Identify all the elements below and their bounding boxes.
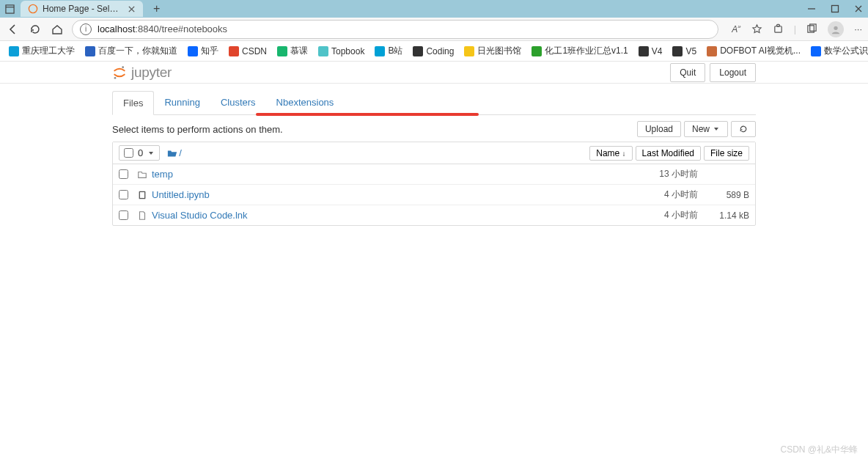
bookmark-item[interactable]: 日光图书馆 <box>464 45 521 57</box>
collections-icon[interactable] <box>806 23 817 34</box>
bookmarks-bar: 重庆理工大学百度一下，你就知道知乎CSDN慕课TopbookB站Coding日光… <box>0 41 868 62</box>
selected-count: 0 <box>138 147 143 158</box>
jupyter-logo[interactable]: jupyter <box>112 65 172 81</box>
bookmark-favicon <box>811 46 821 56</box>
list-item: Visual Studio Code.lnk 4 小时前 1.14 kB <box>113 205 755 225</box>
new-tab-button[interactable]: + <box>153 2 160 15</box>
quit-button[interactable]: Quit <box>670 63 705 82</box>
row-modified: 13 小时前 <box>625 168 698 180</box>
chevron-down-icon[interactable] <box>147 150 155 157</box>
close-window-icon[interactable] <box>853 4 864 14</box>
row-checkbox[interactable] <box>119 190 128 199</box>
close-icon[interactable] <box>128 5 136 13</box>
bookmark-label: 日光图书馆 <box>477 45 521 57</box>
bookmark-label: 重庆理工大学 <box>22 45 75 57</box>
bookmark-favicon <box>318 46 328 56</box>
url-text: localhost:8840/tree#notebooks <box>98 23 227 34</box>
annotation-line <box>256 113 479 116</box>
list-item: temp 13 小时前 <box>113 164 755 185</box>
list-item: Untitled.ipynb 4 小时前 589 B <box>113 185 755 205</box>
select-all-checkbox[interactable] <box>124 148 133 158</box>
browser-tab[interactable]: Home Page - Select or create a n <box>21 1 143 17</box>
bookmark-label: 百度一下，你就知道 <box>98 45 177 57</box>
bookmark-item[interactable]: CSDN <box>229 46 267 56</box>
bookmark-item[interactable]: V4 <box>639 46 663 56</box>
bookmark-item[interactable]: B站 <box>375 45 402 57</box>
select-all-group[interactable]: 0 <box>119 145 160 161</box>
sort-size-button[interactable]: File size <box>704 146 749 161</box>
svg-rect-13 <box>140 192 144 198</box>
more-menu-icon[interactable]: ··· <box>854 23 862 34</box>
bookmark-label: Coding <box>426 46 454 56</box>
row-name[interactable]: temp <box>152 169 173 180</box>
file-icon <box>137 210 147 221</box>
read-aloud-icon[interactable]: A» <box>732 23 740 34</box>
row-name[interactable]: Untitled.ipynb <box>152 189 210 200</box>
extensions-icon[interactable] <box>773 23 784 34</box>
bookmark-label: V5 <box>685 46 696 56</box>
bookmark-label: DOFBOT AI视觉机... <box>720 45 801 57</box>
favorite-icon[interactable] <box>751 23 762 34</box>
row-modified: 4 小时前 <box>625 209 698 221</box>
back-button[interactable] <box>6 22 21 37</box>
sort-name-button[interactable]: Name ↓ <box>589 146 632 161</box>
bookmark-favicon <box>464 46 474 56</box>
action-toolbar: Select items to perform actions on them.… <box>112 121 756 137</box>
bookmark-favicon <box>188 46 198 56</box>
bookmark-item[interactable]: Topbook <box>318 46 364 56</box>
tab-running[interactable]: Running <box>154 91 210 114</box>
site-info-icon[interactable]: i <box>80 23 92 35</box>
bookmark-item[interactable]: 百度一下，你就知道 <box>85 45 177 57</box>
svg-rect-5 <box>775 26 781 32</box>
sort-modified-button[interactable]: Last Modified <box>636 146 701 161</box>
refresh-list-button[interactable] <box>731 121 756 137</box>
bookmark-item[interactable]: 重庆理工大学 <box>9 45 75 57</box>
bookmark-favicon <box>413 46 423 56</box>
bookmark-item[interactable]: 知乎 <box>188 45 218 57</box>
bookmark-favicon <box>229 46 239 56</box>
bookmark-item[interactable]: V5 <box>672 46 696 56</box>
bookmark-item[interactable]: 化工1班作业汇总v1.1 <box>532 45 628 57</box>
bookmark-item[interactable]: Coding <box>413 46 454 56</box>
row-size: 1.14 kB <box>698 210 749 221</box>
home-button[interactable] <box>50 22 65 37</box>
list-header: 0 / Name ↓ Last Modified File size <box>113 142 755 164</box>
profile-avatar[interactable] <box>828 21 844 37</box>
folder-icon <box>137 169 147 180</box>
minimize-icon[interactable] <box>806 4 817 14</box>
bookmark-label: 数学公式识别神器... <box>824 45 868 57</box>
bookmark-label: B站 <box>388 45 402 57</box>
browser-toolbar: i localhost:8840/tree#notebooks A» | ··· <box>0 18 868 41</box>
bookmark-favicon <box>639 46 649 56</box>
bookmark-favicon <box>672 46 683 56</box>
tab-title: Home Page - Select or create a n <box>43 4 123 14</box>
bookmark-item[interactable]: 慕课 <box>277 45 308 57</box>
bookmark-favicon <box>85 46 95 56</box>
jupyter-icon <box>28 4 38 14</box>
bookmark-favicon <box>532 46 542 56</box>
row-checkbox[interactable] <box>119 210 128 220</box>
jupyter-name: jupyter <box>131 65 172 81</box>
window-titlebar: Home Page - Select or create a n + <box>0 0 868 18</box>
file-list: 0 / Name ↓ Last Modified File size temp … <box>112 142 756 226</box>
bookmark-label: 慕课 <box>290 45 308 57</box>
logout-button[interactable]: Logout <box>710 63 756 82</box>
refresh-button[interactable] <box>28 22 43 37</box>
bookmark-item[interactable]: 数学公式识别神器... <box>811 45 868 57</box>
breadcrumb[interactable]: / <box>167 147 182 158</box>
address-bar[interactable]: i localhost:8840/tree#notebooks <box>72 20 718 39</box>
bookmark-favicon <box>277 46 287 56</box>
bookmark-favicon <box>375 46 385 56</box>
new-button[interactable]: New <box>684 121 728 137</box>
maximize-icon[interactable] <box>830 4 840 14</box>
row-checkbox[interactable] <box>119 169 128 179</box>
row-name[interactable]: Visual Studio Code.lnk <box>152 210 248 221</box>
tab-files[interactable]: Files <box>112 91 154 115</box>
upload-button[interactable]: Upload <box>637 121 681 137</box>
svg-rect-4 <box>832 6 839 12</box>
bookmark-item[interactable]: DOFBOT AI视觉机... <box>707 45 801 57</box>
tab-clusters[interactable]: Clusters <box>210 91 266 114</box>
jupyter-tabs: Files Running Clusters Nbextensions <box>112 91 756 115</box>
tabs-overview-icon[interactable] <box>4 4 15 14</box>
tab-nbextensions[interactable]: Nbextensions <box>266 91 345 114</box>
